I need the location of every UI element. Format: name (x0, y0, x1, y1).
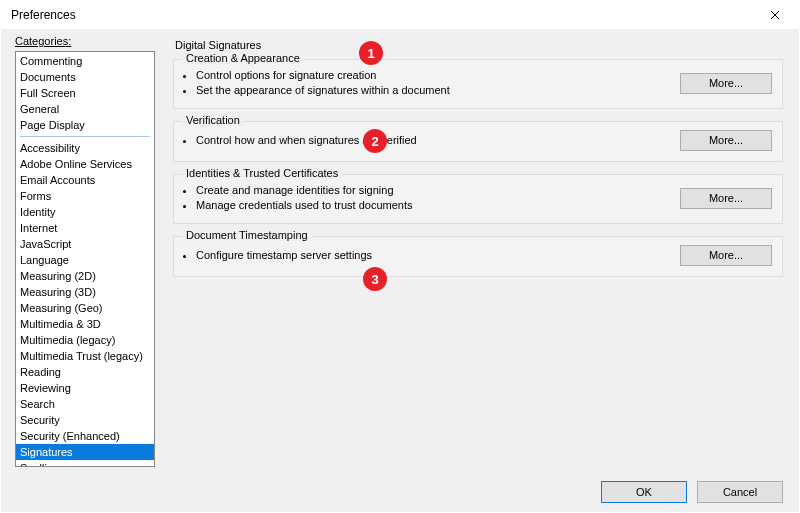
group-description-list: Configure timestamp server settings (184, 248, 666, 263)
titlebar: Preferences (1, 1, 799, 29)
group-description-list: Control options for signature creationSe… (184, 68, 666, 98)
category-item[interactable]: Spelling (16, 460, 154, 467)
category-item[interactable]: Documents (16, 69, 154, 85)
category-item[interactable]: JavaScript (16, 236, 154, 252)
more-button[interactable]: More... (680, 73, 772, 94)
categories-panel: Categories: CommentingDocumentsFull Scre… (15, 35, 155, 467)
annotation-marker: 2 (363, 129, 387, 153)
category-item[interactable]: Multimedia & 3D (16, 316, 154, 332)
content-area: Categories: CommentingDocumentsFull Scre… (1, 29, 799, 467)
close-button[interactable] (755, 1, 795, 29)
category-item[interactable]: Signatures (16, 444, 154, 460)
category-item[interactable]: Forms (16, 188, 154, 204)
category-item[interactable]: Reviewing (16, 380, 154, 396)
group-description-item: Configure timestamp server settings (196, 248, 666, 263)
annotation-marker: 1 (359, 41, 383, 65)
category-item[interactable]: Internet (16, 220, 154, 236)
more-button[interactable]: More... (680, 245, 772, 266)
close-icon (770, 10, 780, 20)
category-item[interactable]: Security (16, 412, 154, 428)
category-item[interactable]: Reading (16, 364, 154, 380)
annotation-marker: 3 (363, 267, 387, 291)
category-item[interactable]: Accessibility (16, 140, 154, 156)
settings-group: Document TimestampingConfigure timestamp… (173, 236, 783, 277)
ok-button[interactable]: OK (601, 481, 687, 503)
category-item[interactable]: Adobe Online Services (16, 156, 154, 172)
category-item[interactable]: Search (16, 396, 154, 412)
category-item[interactable]: Security (Enhanced) (16, 428, 154, 444)
category-item[interactable]: Email Accounts (16, 172, 154, 188)
cancel-button[interactable]: Cancel (697, 481, 783, 503)
settings-group: Creation & AppearanceControl options for… (173, 59, 783, 109)
group-title: Identities & Trusted Certificates (182, 167, 342, 179)
categories-label: Categories: (15, 35, 155, 47)
category-item[interactable]: Language (16, 252, 154, 268)
group-description-item: Control how and when signatures are veri… (196, 133, 666, 148)
dialog-footer: OK Cancel (1, 472, 799, 512)
settings-group: Identities & Trusted CertificatesCreate … (173, 174, 783, 224)
category-item[interactable]: Measuring (2D) (16, 268, 154, 284)
category-item[interactable]: Commenting (16, 53, 154, 69)
category-item[interactable]: Multimedia Trust (legacy) (16, 348, 154, 364)
categories-list[interactable]: CommentingDocumentsFull ScreenGeneralPag… (15, 51, 155, 467)
settings-panel: Digital Signatures Creation & Appearance… (155, 35, 789, 467)
category-item[interactable]: Multimedia (legacy) (16, 332, 154, 348)
more-button[interactable]: More... (680, 188, 772, 209)
window-title: Preferences (11, 8, 76, 22)
category-item[interactable]: Full Screen (16, 85, 154, 101)
category-item[interactable]: Identity (16, 204, 154, 220)
category-item[interactable]: Page Display (16, 117, 154, 133)
group-body: Configure timestamp server settingsMore.… (184, 245, 772, 266)
group-body: Control options for signature creationSe… (184, 68, 772, 98)
group-title: Document Timestamping (182, 229, 312, 241)
category-separator (20, 136, 150, 137)
group-title: Verification (182, 114, 244, 126)
group-description-item: Set the appearance of signatures within … (196, 83, 666, 98)
settings-heading: Digital Signatures (173, 39, 783, 51)
more-button[interactable]: More... (680, 130, 772, 151)
group-body: Control how and when signatures are veri… (184, 130, 772, 151)
category-item[interactable]: Measuring (Geo) (16, 300, 154, 316)
group-description-item: Control options for signature creation (196, 68, 666, 83)
category-item[interactable]: Measuring (3D) (16, 284, 154, 300)
group-description-item: Create and manage identities for signing (196, 183, 666, 198)
group-description-list: Create and manage identities for signing… (184, 183, 666, 213)
group-title: Creation & Appearance (182, 52, 304, 64)
group-body: Create and manage identities for signing… (184, 183, 772, 213)
group-description-item: Manage credentials used to trust documen… (196, 198, 666, 213)
group-description-list: Control how and when signatures are veri… (184, 133, 666, 148)
settings-group: VerificationControl how and when signatu… (173, 121, 783, 162)
category-item[interactable]: General (16, 101, 154, 117)
